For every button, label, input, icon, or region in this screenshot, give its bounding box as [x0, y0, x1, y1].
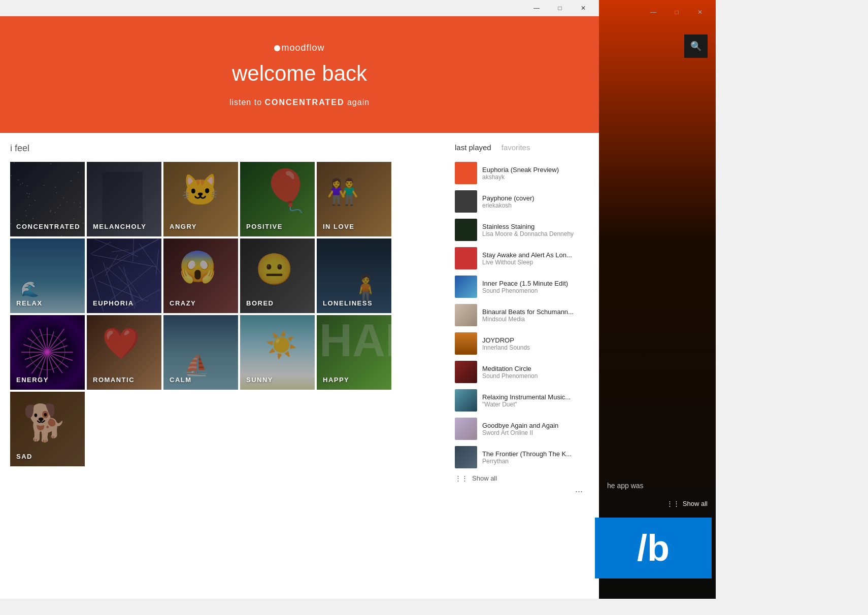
track-title-joydrop: JOYDROP: [482, 336, 591, 344]
mood-label-melancholy: MELANCHOLY: [93, 223, 147, 230]
welcome-title: welcome back: [232, 61, 367, 86]
more-options-button[interactable]: ···: [455, 482, 591, 501]
track-title-euphoria-preview: Euphoria (Sneak Preview): [482, 166, 591, 174]
content-area: i feel CONCENTRATEDMELANCHOLY🐱ANGRY🎈POSI…: [0, 133, 599, 599]
track-item-frontier[interactable]: The Frontier (Through The K...Perrythan: [455, 446, 591, 468]
track-title-goodbye-again: Goodbye Again and Again: [482, 422, 591, 429]
mood-label-bored: BORED: [246, 299, 274, 307]
track-item-stay-awake[interactable]: Stay Awake and Alert As Lon...Live Witho…: [455, 247, 591, 269]
show-all-secondary-button[interactable]: ⋮⋮ Show all: [666, 500, 708, 507]
mood-item-melancholy[interactable]: MELANCHOLY: [87, 162, 161, 236]
app-was-text: he app was: [599, 482, 644, 490]
header-banner: moodflow welcome back listen to CONCENTR…: [0, 16, 599, 133]
mood-item-sad[interactable]: 🐕SAD: [10, 392, 85, 466]
track-title-payphone: Payphone (cover): [482, 194, 591, 202]
track-title-stay-awake: Stay Awake and Alert As Lon...: [482, 251, 591, 259]
mood-item-euphoria[interactable]: EUPHORIA: [87, 238, 161, 313]
secondary-sidebar: — □ ✕ 🔍 he app was ⋮⋮ Show all /b: [599, 0, 716, 599]
panel-tabs: last played favorites: [455, 143, 591, 154]
mood-label-happy: HAPPY: [323, 376, 349, 384]
track-item-goodbye-again[interactable]: Goodbye Again and AgainSword Art Online …: [455, 418, 591, 440]
track-item-euphoria-preview[interactable]: Euphoria (Sneak Preview)akshayk: [455, 162, 591, 184]
track-artist-relaxing-instrumental: "Water Duet": [482, 401, 591, 408]
mood-label-sad: SAD: [16, 453, 32, 460]
search-icon: 🔍: [690, 41, 702, 52]
mood-item-calm[interactable]: ⛵CALM: [163, 315, 238, 390]
mood-label-euphoria: EUPHORIA: [93, 299, 134, 307]
track-item-meditation-circle[interactable]: Meditation CircleSound Phenomenon: [455, 361, 591, 383]
mood-label-in-love: IN LOVE: [323, 223, 355, 230]
search-box[interactable]: 🔍: [684, 35, 708, 58]
track-artist-payphone: eriekakosh: [482, 202, 591, 209]
secondary-close[interactable]: ✕: [688, 4, 712, 20]
mood-item-bored[interactable]: 😐BORED: [240, 238, 315, 313]
show-all-button[interactable]: ⋮⋮ Show all: [455, 474, 591, 482]
track-artist-frontier: Perrythan: [482, 458, 591, 465]
track-item-relaxing-instrumental[interactable]: Relaxing Instrumental Music..."Water Due…: [455, 389, 591, 412]
secondary-minimize[interactable]: —: [642, 4, 665, 20]
mood-item-in-love[interactable]: 👫IN LOVE: [317, 162, 391, 236]
blue-tile: /b: [595, 518, 712, 578]
app-logo: moodflow: [274, 43, 324, 53]
mood-grid: CONCENTRATEDMELANCHOLY🐱ANGRY🎈POSITIVE👫IN…: [10, 162, 437, 466]
mood-label-crazy: CRAZY: [170, 299, 196, 307]
listen-again-text: listen to CONCENTRATED again: [229, 98, 370, 107]
track-list: Euphoria (Sneak Preview)akshaykPayphone …: [455, 162, 591, 468]
tab-favorites[interactable]: favorites: [502, 143, 530, 154]
mood-item-energy[interactable]: ENERGY: [10, 315, 85, 390]
secondary-maximize[interactable]: □: [665, 4, 688, 20]
secondary-bottom: he app was ⋮⋮ Show all /b: [599, 447, 716, 599]
track-title-frontier: The Frontier (Through The K...: [482, 450, 591, 458]
mood-item-romantic[interactable]: ❤️ROMANTIC: [87, 315, 161, 390]
track-artist-goodbye-again: Sword Art Online II: [482, 429, 591, 436]
track-item-payphone[interactable]: Payphone (cover)eriekakosh: [455, 190, 591, 213]
track-title-relaxing-instrumental: Relaxing Instrumental Music...: [482, 393, 591, 401]
close-button[interactable]: ✕: [572, 0, 595, 16]
track-artist-meditation-circle: Sound Phenomenon: [482, 372, 591, 380]
mood-section: i feel CONCENTRATEDMELANCHOLY🐱ANGRY🎈POSI…: [0, 143, 447, 589]
mood-label-calm: CALM: [170, 376, 192, 384]
track-title-binaural: Binaural Beats for Schumann...: [482, 308, 591, 316]
track-title-stainless: Stainless Staining: [482, 223, 591, 230]
mood-label-romantic: ROMANTIC: [93, 376, 135, 384]
track-item-binaural[interactable]: Binaural Beats for Schumann...Mindsoul M…: [455, 304, 591, 326]
minimize-button[interactable]: —: [525, 0, 548, 16]
secondary-title-buttons: — □ ✕: [642, 4, 712, 20]
mood-label-energy: ENERGY: [16, 376, 49, 384]
right-panel: last played favorites Euphoria (Sneak Pr…: [447, 143, 599, 589]
track-item-inner-peace[interactable]: Inner Peace (1.5 Minute Edit)Sound Pheno…: [455, 276, 591, 298]
mood-label-concentrated: CONCENTRATED: [16, 223, 80, 230]
mood-label-loneliness: LONELINESS: [323, 299, 373, 307]
tab-last-played[interactable]: last played: [455, 143, 491, 154]
track-item-joydrop[interactable]: JOYDROPInnerland Sounds: [455, 332, 591, 355]
track-artist-joydrop: Innerland Sounds: [482, 344, 591, 351]
mood-section-title: i feel: [10, 143, 437, 154]
mood-item-positive[interactable]: 🎈POSITIVE: [240, 162, 315, 236]
track-title-meditation-circle: Meditation Circle: [482, 365, 591, 372]
maximize-button[interactable]: □: [548, 0, 572, 16]
grid-dots-icon: ⋮⋮: [666, 500, 680, 507]
mood-item-relax[interactable]: 🌊RELAX: [10, 238, 85, 313]
track-title-inner-peace: Inner Peace (1.5 Minute Edit): [482, 280, 591, 287]
mood-item-crazy[interactable]: 😱CRAZY: [163, 238, 238, 313]
track-artist-euphoria-preview: akshayk: [482, 174, 591, 181]
mood-label-relax: RELAX: [16, 299, 43, 307]
track-item-stainless[interactable]: Stainless StainingLisa Moore & Donnacha …: [455, 219, 591, 241]
grid-icon: ⋮⋮: [455, 474, 468, 482]
mood-item-loneliness[interactable]: 🧍LONELINESS: [317, 238, 391, 313]
mood-item-concentrated[interactable]: CONCENTRATED: [10, 162, 85, 236]
track-artist-stainless: Lisa Moore & Donnacha Dennehy: [482, 230, 591, 237]
mood-item-angry[interactable]: 🐱ANGRY: [163, 162, 238, 236]
track-artist-stay-awake: Live Without Sleep: [482, 259, 591, 266]
title-bar: — □ ✕: [0, 0, 599, 16]
mood-label-sunny: SUNNY: [246, 376, 273, 384]
mood-item-happy[interactable]: HAPHAPPY: [317, 315, 391, 390]
track-artist-inner-peace: Sound Phenomenon: [482, 287, 591, 294]
mood-label-angry: ANGRY: [170, 223, 197, 230]
track-artist-binaural: Mindsoul Media: [482, 316, 591, 323]
mood-label-positive: POSITIVE: [246, 223, 283, 230]
mood-item-sunny[interactable]: ☀️SUNNY: [240, 315, 315, 390]
